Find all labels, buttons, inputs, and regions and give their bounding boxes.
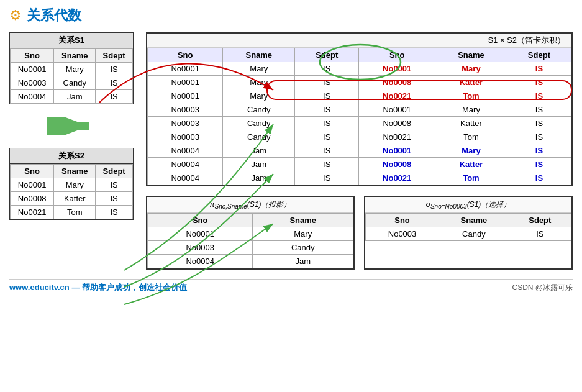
list-item: Candy — [439, 227, 509, 241]
list-item: No0021 — [11, 206, 54, 219]
list-item: No0004 — [148, 158, 223, 171]
table-row: No0003CandyISNo0021TomIS — [148, 130, 571, 144]
list-item: IS — [507, 171, 571, 185]
s2-table-wrapper: 关系S2 Sno Sname Sdept No0001MaryISNo0008K… — [9, 148, 134, 220]
list-item: IS — [96, 206, 133, 219]
cart-col-sdept1: Sdept — [295, 48, 359, 62]
list-item: IS — [96, 192, 133, 206]
list-item: Tom — [435, 89, 507, 103]
list-item: No0008 — [359, 158, 435, 171]
table-row: No0003CandyIS — [11, 76, 133, 90]
s2-title: 关系S2 — [10, 148, 133, 164]
list-item: Candy — [223, 117, 295, 130]
list-item: Jam — [223, 158, 295, 171]
list-item: Katter — [435, 76, 507, 89]
cart-col-sdept2: Sdept — [507, 48, 571, 62]
list-item: IS — [507, 103, 571, 117]
green-arrow-icon — [47, 117, 96, 135]
footer-right: CSDN @冰露可乐 — [512, 283, 573, 293]
list-item: IS — [509, 227, 571, 241]
list-item: Mary — [223, 76, 295, 89]
list-item: No0003 — [148, 130, 223, 144]
sel-col-sdept: Sdept — [509, 214, 571, 227]
table-row: No0003CandyISNo0001MaryIS — [148, 103, 571, 117]
table-row: No0008KatterIS — [11, 192, 133, 206]
list-item: Jam — [54, 90, 96, 104]
list-item: Jam — [223, 144, 295, 158]
list-item: IS — [507, 89, 571, 103]
table-row: No0001MaryISNo0008KatterIS — [148, 76, 571, 89]
cartesian-table: Sno Sname Sdept Sno Sname Sdept No0001Ma… — [147, 48, 571, 185]
list-item: IS — [295, 171, 359, 185]
s2-col-sno: Sno — [11, 165, 54, 178]
table-row: No0004Jam — [148, 255, 353, 268]
list-item: No0003 — [148, 241, 253, 255]
s1-col-sno: Sno — [11, 49, 54, 63]
proj-col-sname: Sname — [253, 214, 353, 227]
list-item: Mary — [435, 103, 507, 117]
footer: www.educitv.cn — 帮助客户成功，创造社会价值 CSDN @冰露可… — [9, 279, 573, 296]
list-item: IS — [295, 130, 359, 144]
projection-table: Sno Sname No0001MaryNo0003CandyNo0004Jam — [147, 213, 353, 268]
list-item: IS — [96, 76, 133, 90]
s1-table-wrapper: 关系S1 Sno Sname Sdept No0001MaryISNo0003C… — [9, 32, 134, 104]
selection-section: σSno=No0003(S1)（选择） Sno Sname Sdept No00… — [364, 196, 573, 270]
table-row: No0001MaryIS — [11, 178, 133, 192]
list-item: No0008 — [359, 117, 435, 130]
list-item: IS — [96, 90, 133, 104]
list-item: Mary — [223, 89, 295, 103]
right-panel: S1 × S2（笛卡尔积） Sno Sname Sdept Sno Sname … — [146, 32, 573, 270]
list-item: IS — [96, 63, 133, 76]
table-row: No0001MaryISNo0001MaryIS — [148, 62, 571, 76]
list-item: Katter — [435, 158, 507, 171]
list-item: IS — [96, 178, 133, 192]
list-item: IS — [507, 130, 571, 144]
table-row: No0003CandyIS — [366, 227, 571, 241]
page-wrapper: ⚙ 关系代数 关系S1 Sno Sname Sdept No0001MaryIS… — [0, 0, 582, 392]
list-item: No0004 — [11, 90, 54, 104]
list-item: Jam — [253, 255, 353, 268]
cart-col-sno1: Sno — [148, 48, 223, 62]
list-item: No0003 — [148, 117, 223, 130]
list-item: IS — [295, 144, 359, 158]
proj-col-sno: Sno — [148, 214, 253, 227]
list-item: Mary — [435, 62, 507, 76]
list-item: Candy — [223, 130, 295, 144]
list-item: No0021 — [359, 89, 435, 103]
list-item: No0001 — [11, 178, 54, 192]
list-item: IS — [295, 89, 359, 103]
list-item: No0001 — [359, 144, 435, 158]
list-item: Mary — [54, 178, 96, 192]
list-item: No0021 — [359, 130, 435, 144]
table-row: No0001MaryIS — [11, 63, 133, 76]
cart-col-sname2: Sname — [435, 48, 507, 62]
list-item: No0008 — [359, 76, 435, 89]
list-item: No0004 — [148, 144, 223, 158]
list-item: No0001 — [148, 89, 223, 103]
list-item: IS — [507, 76, 571, 89]
table-row: No0001Mary — [148, 227, 353, 241]
s1-table: Sno Sname Sdept No0001MaryISNo0003CandyI… — [10, 48, 133, 104]
table-row: No0021TomIS — [11, 206, 133, 219]
list-item: No0003 — [366, 227, 439, 241]
list-item: No0003 — [11, 76, 54, 90]
list-item: No0021 — [359, 171, 435, 185]
table-row: No0003Candy — [148, 241, 353, 255]
list-item: No0001 — [148, 76, 223, 89]
header: ⚙ 关系代数 — [9, 6, 573, 25]
list-item: Mary — [435, 144, 507, 158]
s2-col-sname: Sname — [54, 165, 96, 178]
s2-col-sdept: Sdept — [96, 165, 133, 178]
table-row: No0004JamISNo0001MaryIS — [148, 144, 571, 158]
list-item: IS — [295, 158, 359, 171]
list-item: Mary — [253, 227, 353, 241]
green-arrow-container — [9, 114, 134, 139]
list-item: IS — [295, 103, 359, 117]
list-item: No0001 — [148, 62, 223, 76]
s2-table: Sno Sname Sdept No0001MaryISNo0008Katter… — [10, 164, 133, 219]
footer-left: www.educitv.cn — 帮助客户成功，创造社会价值 — [9, 282, 187, 293]
bottom-section: πSno,Sname(S1)（投影） Sno Sname No0001MaryN… — [146, 196, 573, 270]
selection-table: Sno Sname Sdept No0003CandyIS — [365, 213, 571, 241]
page-title: 关系代数 — [27, 6, 81, 25]
list-item: IS — [295, 62, 359, 76]
